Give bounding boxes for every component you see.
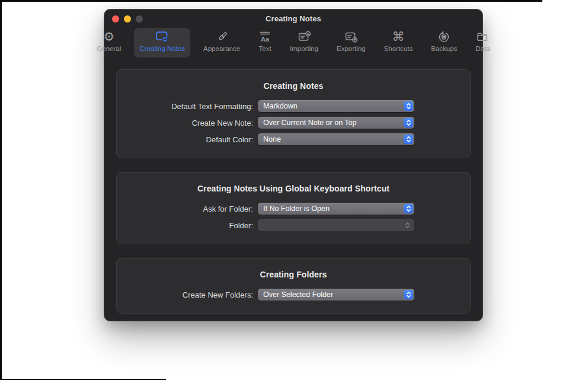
traffic-lights [112,9,143,28]
screen-edge-left [0,0,2,380]
svg-text:Aa: Aa [261,36,270,43]
create-new-folders-select[interactable]: Over Selected Folder [258,289,414,301]
chevron-up-down-icon [404,135,413,144]
settings-content: Creating Notes Default Text Formatting: … [104,58,482,314]
selected-value: If No Folder is Open [263,205,404,213]
setting-row-default-text-formatting: Default Text Formatting: Markdown [117,100,470,112]
import-document-icon [298,29,311,44]
section-creating-folders: Creating Folders Create New Folders: Ove… [116,258,471,314]
setting-label: Default Text Formatting: [117,102,258,111]
toolbar-item-appearance[interactable]: Appearance [198,28,245,58]
backup-restore-icon [437,29,450,44]
default-color-select[interactable]: None [258,133,414,145]
toolbar-item-text[interactable]: Aa Text [253,28,277,58]
minimize-button[interactable] [124,15,131,23]
command-key-icon: ⌘ [392,29,404,44]
toolbar: ⚙ General Creating Notes [104,28,482,58]
text-format-icon: Aa [258,29,271,44]
gear-icon: ⚙ [103,29,114,44]
setting-label: Default Color: [117,135,258,144]
toolbar-item-importing[interactable]: Importing [285,28,324,58]
toolbar-item-label: Backups [431,45,457,52]
setting-label: Create New Note: [117,119,258,127]
folder-select-disabled [258,219,414,231]
setting-label: Ask for Folder: [117,205,258,213]
setting-label: Folder: [117,221,258,230]
toolbar-item-label: Importing [290,45,318,52]
toolbar-item-general[interactable]: ⚙ General [91,28,126,58]
section-creating-notes: Creating Notes Default Text Formatting: … [116,69,471,158]
window-title: Creating Notes [104,14,482,23]
setting-row-create-new-folders: Create New Folders: Over Selected Folder [117,289,470,301]
selected-value: Over Selected Folder [263,290,404,299]
toolbar-item-label: Creating Notes [139,45,185,52]
screen-edge-top [0,0,542,2]
toolbar-item-shortcuts[interactable]: ⌘ Shortcuts [379,28,418,58]
toolbar-item-exporting[interactable]: Exporting [331,28,371,58]
ask-for-folder-select[interactable]: If No Folder is Open [258,203,414,215]
note-plus-icon [155,29,170,44]
toolbar-item-label: Shortcuts [384,45,413,52]
toolbar-item-backups[interactable]: Backups [426,28,462,58]
create-new-note-select[interactable]: Over Current Note or on Top [258,117,414,129]
selected-value: None [263,135,404,143]
toolbar-item-label: Text [259,45,271,52]
titlebar: Creating Notes [104,9,482,28]
setting-label: Create New Folders: [117,290,258,299]
folder-icon [476,29,489,44]
close-button[interactable] [112,15,119,23]
chevron-up-down-icon [404,101,413,111]
section-title: Creating Notes Using Global Keyboard Sho… [117,184,470,193]
default-text-formatting-select[interactable]: Markdown [258,100,414,112]
export-document-icon [344,29,358,44]
paintbrush-icon [215,29,229,44]
zoom-button[interactable] [136,15,143,23]
chevron-up-down-icon [402,221,412,230]
chevron-up-down-icon [404,118,413,127]
chevron-up-down-icon [404,204,413,213]
setting-row-ask-for-folder: Ask for Folder: If No Folder is Open [117,203,470,215]
section-title: Creating Folders [117,270,470,279]
chevron-up-down-icon [404,290,413,299]
section-global-keyboard-shortcut: Creating Notes Using Global Keyboard Sho… [116,172,471,244]
preferences-window: Creating Notes ⚙ General Creating Notes [104,9,482,321]
toolbar-item-label: Exporting [337,45,366,52]
toolbar-item-label: Data [475,45,490,52]
toolbar-item-label: Appearance [203,45,240,52]
selected-value: Over Current Note or on Top [263,119,404,127]
setting-row-folder: Folder: [117,219,470,231]
setting-row-default-color: Default Color: None [117,133,470,145]
setting-row-create-new-note: Create New Note: Over Current Note or on… [117,117,470,129]
selected-value: Markdown [263,102,404,110]
toolbar-item-creating-notes[interactable]: Creating Notes [134,28,190,58]
section-title: Creating Notes [117,81,470,91]
toolbar-item-data[interactable]: Data [470,28,495,58]
toolbar-item-label: General [97,45,121,52]
